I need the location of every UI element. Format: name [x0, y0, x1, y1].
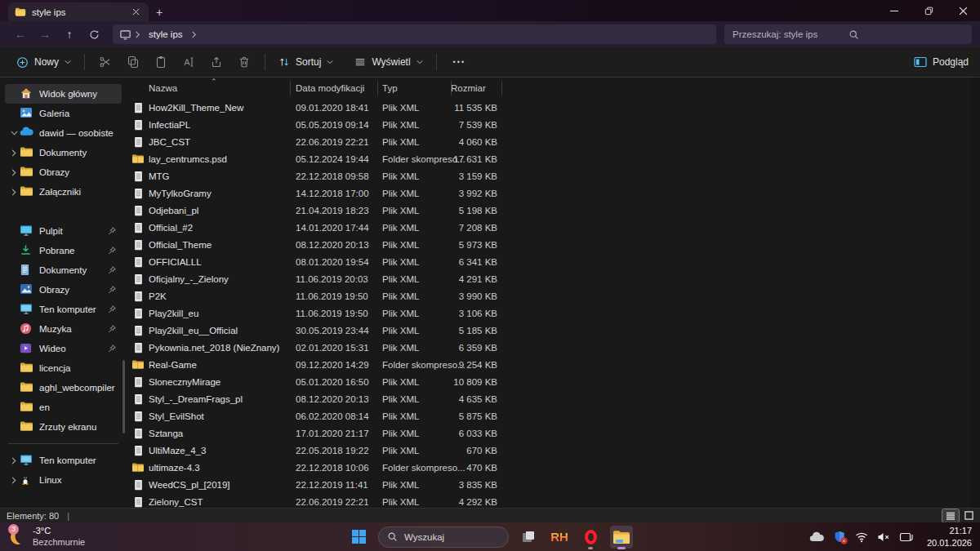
sidebar-item-dokumenty[interactable]: Dokumenty — [5, 143, 122, 162]
file-row[interactable]: Real-Game 09.12.2020 14:29 Folder skompr… — [127, 356, 980, 373]
chevron-right-icon[interactable] — [8, 457, 20, 464]
file-row[interactable]: JBC_CST 22.06.2019 22:21 Plik XML 4 060 … — [127, 133, 980, 150]
sidebar-item-obrazy[interactable]: Obrazy — [5, 280, 122, 300]
file-row[interactable]: lay_centrumcs.psd 05.12.2024 19:44 Folde… — [127, 150, 980, 167]
paste-icon[interactable] — [147, 51, 175, 73]
sidebar-scrollbar[interactable] — [122, 360, 125, 433]
rh-app-icon[interactable]: RH — [548, 526, 571, 549]
sidebar-item-wideo[interactable]: Wideo — [5, 339, 122, 358]
file-row[interactable]: WeedCS_pl_[2019] 22.12.2019 11:41 Plik X… — [127, 476, 980, 493]
forward-icon[interactable]: → — [33, 24, 57, 45]
sidebar-item-dawid-osobiste[interactable]: dawid — osobiste — [5, 123, 122, 143]
file-row[interactable]: MyTylkoGramy 14.12.2018 17:00 Plik XML 3… — [127, 184, 980, 202]
column-header-type[interactable]: Typ — [377, 83, 451, 93]
tray-app-icon[interactable] — [899, 531, 913, 543]
file-row[interactable]: P2K 11.06.2019 19:50 Plik XML 3 990 KB — [127, 287, 980, 304]
chevron-right-icon[interactable] — [8, 169, 20, 176]
file-row[interactable]: OFFICIALLL 08.01.2020 19:54 Plik XML 6 3… — [127, 253, 980, 270]
column-header-date[interactable]: Data modyfikacji — [290, 83, 377, 93]
sidebar-item-linux[interactable]: Linux — [5, 470, 122, 490]
sidebar-item-obrazy[interactable]: Obrazy — [5, 162, 122, 182]
more-options-icon[interactable]: ••• — [443, 58, 475, 66]
file-explorer-icon[interactable] — [610, 526, 633, 549]
file-row[interactable]: ultimaze-4.3 22.12.2018 10:06 Folder sko… — [127, 459, 980, 476]
copy-icon[interactable] — [119, 51, 147, 73]
column-header-name[interactable]: Nazwa — [149, 83, 290, 93]
file-row[interactable]: SlonecznyMirage 05.01.2020 16:50 Plik XM… — [127, 373, 980, 390]
column-divider[interactable] — [501, 81, 502, 96]
restore-button[interactable] — [911, 0, 946, 21]
breadcrumb-chevron-icon[interactable] — [191, 31, 197, 38]
sidebar-item-za-czniki[interactable]: Załączniki — [5, 182, 122, 202]
chevron-right-icon[interactable] — [8, 149, 20, 157]
file-row[interactable]: Official_#2 14.01.2020 17:44 Plik XML 7 … — [127, 219, 980, 236]
details-view-toggle[interactable] — [942, 509, 959, 522]
column-divider[interactable] — [290, 81, 291, 96]
sidebar-item-galeria[interactable]: Galeria — [5, 104, 122, 123]
this-pc-icon[interactable] — [119, 29, 131, 41]
volume-muted-icon[interactable] — [877, 531, 890, 543]
search-input[interactable]: Przeszukaj: style ips — [724, 24, 972, 44]
sidebar-item-pulpit[interactable]: Pulpit — [5, 221, 122, 241]
file-row[interactable]: Pykownia.net_2018 (NieZnany) 02.01.2020 … — [127, 339, 980, 356]
wifi-icon[interactable] — [855, 531, 868, 543]
file-row[interactable]: Styl_EvilShot 06.02.2020 08:14 Plik XML … — [127, 407, 980, 424]
sidebar-item-widok-g-wny[interactable]: Widok główny — [5, 84, 122, 104]
file-row[interactable]: InfectiaPL 05.05.2019 09:14 Plik XML 7 5… — [127, 116, 980, 133]
file-row[interactable]: UltiMaze_4_3 22.05.2018 19:22 Plik XML 6… — [127, 442, 980, 459]
security-tray-icon[interactable] — [833, 531, 846, 544]
file-list-scrollbar[interactable] — [969, 78, 980, 508]
file-row[interactable]: How2Kill_Theme_New 09.01.2020 18:41 Plik… — [127, 99, 980, 116]
sidebar-item-en[interactable]: en — [5, 398, 122, 417]
tab-close-icon[interactable] — [129, 6, 142, 19]
file-row[interactable]: Official_Theme 08.12.2020 20:13 Plik XML… — [127, 236, 980, 253]
chevron-right-icon[interactable] — [8, 477, 20, 484]
rename-icon[interactable] — [175, 51, 203, 73]
new-button[interactable]: Nowy — [10, 51, 78, 73]
minimize-button[interactable] — [877, 0, 911, 21]
snipping-app-icon[interactable] — [517, 526, 540, 549]
search-icon[interactable] — [849, 29, 964, 40]
column-divider[interactable] — [451, 81, 452, 96]
view-button[interactable]: Wyświetl — [348, 51, 429, 73]
refresh-icon[interactable] — [82, 24, 106, 45]
breadcrumb[interactable]: style ips — [144, 29, 188, 39]
sort-button[interactable]: Sortuj — [272, 51, 340, 73]
icons-view-toggle[interactable] — [960, 509, 977, 522]
address-bar[interactable]: style ips — [113, 24, 716, 44]
preview-button[interactable]: Podgląd — [914, 56, 969, 68]
start-button[interactable] — [347, 526, 370, 549]
file-row[interactable]: Oficjalny_-_Zielony 11.06.2019 20:03 Pli… — [127, 270, 980, 287]
share-icon[interactable] — [203, 51, 230, 73]
weather-widget[interactable]: 3 -3°C Bezchmurnie — [7, 522, 85, 551]
sidebar-item-licencja[interactable]: licencja — [5, 358, 122, 378]
chevron-right-icon[interactable] — [8, 189, 20, 196]
cut-icon[interactable] — [91, 51, 119, 73]
file-row[interactable]: Styl_-_DreamFrags_pl 08.12.2020 20:13 Pl… — [127, 390, 980, 407]
sidebar-item-muzyka[interactable]: Muzyka — [5, 319, 122, 339]
chevron-down-icon[interactable] — [8, 131, 20, 136]
close-button[interactable] — [946, 0, 980, 21]
onedrive-tray-icon[interactable] — [809, 531, 824, 543]
sidebar-item-dokumenty[interactable]: Dokumenty — [5, 260, 122, 280]
opera-icon[interactable] — [579, 526, 602, 549]
back-icon[interactable]: ← — [8, 24, 33, 45]
sidebar-item-aghl-webcompiler[interactable]: aghl_webcompiler — [5, 378, 122, 398]
up-icon[interactable]: ↑ — [57, 24, 82, 45]
taskbar-search[interactable]: Wyszukaj — [378, 527, 509, 548]
file-row[interactable]: Odjebani_pl 21.04.2019 18:23 Plik XML 5 … — [127, 202, 980, 219]
explorer-tab[interactable]: style ips — [8, 2, 149, 21]
new-tab-button[interactable]: + — [149, 2, 170, 21]
delete-icon[interactable] — [230, 51, 258, 73]
sidebar-item-pobrane[interactable]: Pobrane — [5, 241, 122, 260]
file-row[interactable]: Sztanga 17.01.2020 21:17 Plik XML 6 033 … — [127, 424, 980, 442]
column-header-size[interactable]: Rozmiar — [451, 83, 501, 93]
file-row[interactable]: Play2kill_eu__Official 30.05.2019 23:44 … — [127, 322, 980, 339]
sidebar-item-ten-komputer[interactable]: Ten komputer — [5, 451, 122, 470]
file-row[interactable]: Play2kill_eu 11.06.2019 19:50 Plik XML 3… — [127, 304, 980, 322]
sidebar-item-ten-komputer[interactable]: Ten komputer — [5, 300, 122, 319]
clock[interactable]: 21:17 20.01.2026 — [927, 525, 972, 549]
column-divider[interactable] — [377, 81, 378, 96]
file-row[interactable]: MTG 22.12.2018 09:58 Plik XML 3 159 KB — [127, 167, 980, 184]
sidebar-item-zrzuty-ekranu[interactable]: Zrzuty ekranu — [5, 417, 122, 437]
